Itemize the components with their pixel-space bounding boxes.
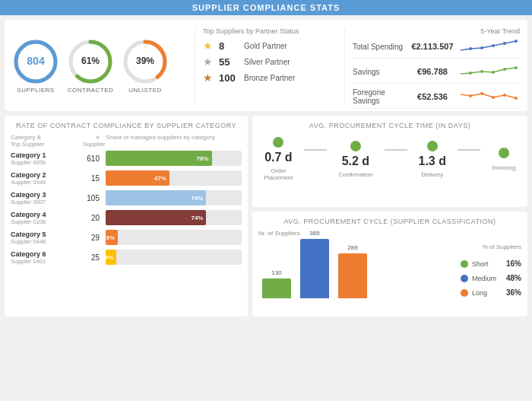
- legend-pct-0: 16%: [506, 259, 521, 268]
- unlisted-label: UNLISTED: [128, 87, 162, 94]
- bronze-partner-row: ★ 100 Bronze Partner: [203, 72, 337, 84]
- silver-count: 55: [219, 56, 238, 68]
- bar-group-0: 130: [262, 269, 291, 298]
- chart-axis-labels: Nr. of Suppliers: [258, 230, 453, 237]
- bar-rect-0: [262, 278, 291, 298]
- legend-pct-1: 48%: [506, 274, 521, 282]
- cat-num-1: 15: [83, 174, 106, 183]
- cycle-invoicing-label: Invoicing: [492, 164, 516, 171]
- compliance-table-header: Category &Top Supplier # Supplier Share …: [11, 134, 242, 148]
- gauges-area: 804 SUPPLIERS 61% CONTRACTED: [12, 27, 195, 103]
- compliance-panel: RATE OF CONTRACT COMPLIANCE BY SUPPLIER …: [5, 116, 248, 317]
- bar-chart-wrapper: Nr. of Suppliers 130 385 289: [258, 230, 453, 310]
- cat-supplier-0: Supplier 0056: [11, 159, 83, 166]
- suppliers-gauge: 804 SUPPLIERS: [12, 38, 59, 94]
- contracted-value: 61%: [81, 56, 100, 66]
- legend-item-1: Medium 48%: [461, 274, 521, 282]
- col-header-num: # Supplier: [83, 134, 106, 148]
- partners-section: Top Suppliers by Partner Status ★ 8 Gold…: [195, 27, 345, 103]
- cycle-dot-invoicing: [499, 148, 509, 158]
- partners-title: Top Suppliers by Partner Status: [203, 27, 337, 35]
- cat-num-3: 20: [83, 214, 106, 222]
- foregone-savings-label: Foregone Savings: [353, 88, 406, 105]
- col-header-bar: Share of managed suppliers by category: [106, 134, 242, 148]
- cycle-conf-label: Confirmation: [338, 171, 372, 178]
- gold-count: 8: [219, 40, 238, 52]
- foregone-savings-row: Foregone Savings €52.536: [353, 88, 520, 109]
- cat-bar-area-4: 9%: [106, 230, 242, 245]
- legend-label-2: Long: [472, 289, 487, 297]
- cat-num-2: 105: [83, 194, 106, 202]
- legend-item-2: Long 36%: [461, 288, 521, 297]
- compliance-title: RATE OF CONTRACT COMPLIANCE BY SUPPLIER …: [11, 122, 242, 129]
- bronze-count: 100: [219, 72, 238, 84]
- bar-fill-0: 78%: [106, 151, 212, 166]
- category-row: Category 1 Supplier 0056 610 78%: [11, 151, 242, 166]
- cycle-delivery-value: 1.3 d: [419, 154, 446, 168]
- cat-info-2: Category 3 Supplier 0007: [11, 191, 83, 205]
- supplier-class-panel: AVG. PROCUREMENT CYCLE (SUPPLIER CLASSIF…: [252, 212, 527, 317]
- cycle-dot-conf: [350, 141, 361, 151]
- cat-bar-area-0: 78%: [106, 151, 242, 166]
- cat-name-4: Category 5: [11, 231, 83, 238]
- savings-label: Savings: [353, 68, 406, 76]
- cat-num-4: 29: [83, 234, 106, 242]
- bottom-section: RATE OF CONTRACT COMPLIANCE BY SUPPLIER …: [5, 116, 527, 317]
- bar-rect-1: [300, 239, 329, 298]
- svg-point-14: [503, 68, 506, 71]
- cat-name-2: Category 3: [11, 191, 83, 199]
- svg-point-9: [503, 42, 506, 45]
- legend-dot-1: [461, 275, 468, 282]
- svg-point-15: [515, 66, 518, 69]
- cycle-order: 0.7 d OrderPlacement: [264, 137, 293, 181]
- cycle-confirmation: 5.2 d Confirmation: [338, 141, 372, 178]
- total-spending-row: Total Spending €2.113.507: [353, 38, 520, 59]
- foregone-savings-chart: [459, 88, 520, 105]
- legend-item-0: Short 16%: [461, 259, 521, 268]
- category-row: Category 6 Supplier 0401 25 8%: [11, 250, 242, 265]
- right-panel: AVG. PROCUREMENT CYCLE TIME (IN DAYS) 0.…: [252, 116, 527, 317]
- svg-point-10: [515, 40, 518, 43]
- cycle-title: AVG. PROCUREMENT CYCLE TIME (IN DAYS): [258, 122, 521, 129]
- cycle-dot-order: [273, 137, 283, 148]
- savings-row: Savings €96.788: [353, 63, 520, 84]
- bar-fill-2: 74%: [106, 190, 206, 205]
- unlisted-gauge-circle: 39%: [122, 38, 169, 85]
- unlisted-value: 39%: [136, 56, 154, 66]
- cat-supplier-1: Supplier 0949: [11, 179, 83, 186]
- cat-info-5: Category 6 Supplier 0401: [11, 250, 83, 265]
- cat-name-1: Category 2: [11, 171, 83, 179]
- class-content: Nr. of Suppliers 130 385 289 % of Suppli…: [258, 230, 521, 310]
- cycle-connector-3: [458, 149, 480, 151]
- bar-value-label-2: 289: [347, 244, 357, 251]
- cat-info-1: Category 2 Supplier 0949: [11, 171, 83, 186]
- svg-point-17: [480, 92, 483, 95]
- legend-label-1: Medium: [472, 275, 496, 282]
- total-spending-label: Total Spending: [353, 43, 406, 51]
- bronze-name: Bronze Partner: [244, 74, 295, 82]
- cat-supplier-2: Supplier 0007: [11, 199, 83, 205]
- total-spending-chart: [459, 38, 520, 55]
- legend-dot-0: [461, 260, 468, 268]
- bar-fill-4: 9%: [106, 230, 118, 245]
- cycle-items: 0.7 d OrderPlacement 5.2 d Confirmation …: [258, 137, 521, 181]
- cycle-invoicing: Invoicing: [492, 148, 516, 171]
- category-row: Category 2 Supplier 0949 15 47%: [11, 170, 242, 186]
- cat-supplier-5: Supplier 0401: [11, 258, 83, 265]
- svg-point-11: [469, 72, 472, 75]
- cycle-connector-1: [304, 149, 327, 151]
- gold-partner-row: ★ 8 Gold Partner: [203, 40, 337, 52]
- cat-bar-area-3: 74%: [106, 210, 242, 225]
- page-title: SUPPLIER COMPLIANCE STATS: [0, 0, 532, 15]
- bar-value-label-0: 130: [271, 269, 281, 276]
- svg-point-16: [469, 94, 472, 97]
- cat-info-4: Category 5 Supplier 0448: [11, 231, 83, 245]
- cat-supplier-4: Supplier 0448: [11, 238, 83, 245]
- suppliers-label: SUPPLIERS: [17, 87, 54, 94]
- cycle-order-value: 0.7 d: [264, 151, 292, 164]
- cat-info-3: Category 4 Supplier 0208: [11, 211, 83, 225]
- legend-label-0: Short: [472, 260, 489, 268]
- total-spending-value: €2.113.507: [406, 42, 459, 51]
- bronze-star-icon: ★: [203, 72, 213, 84]
- silver-partner-row: ★ 55 Silver Partner: [203, 56, 337, 68]
